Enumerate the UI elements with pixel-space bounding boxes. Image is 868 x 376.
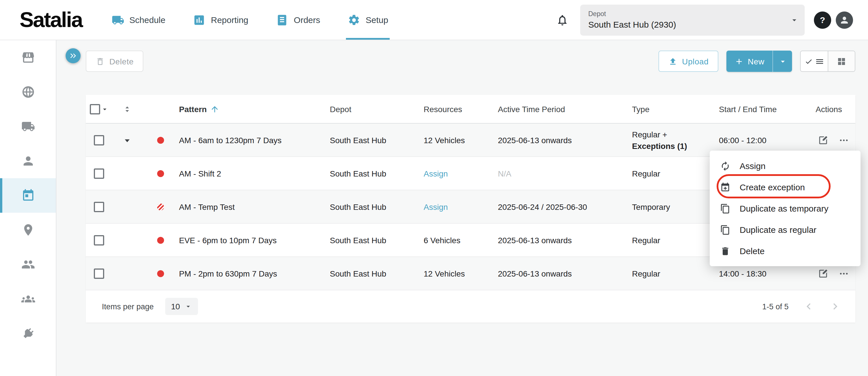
sidebar-item-locations[interactable] <box>0 213 56 247</box>
more-options-icon[interactable] <box>839 135 849 145</box>
new-dropdown-button[interactable] <box>772 50 792 72</box>
notifications-bell-icon[interactable] <box>556 13 569 26</box>
sidebar <box>0 40 56 376</box>
tab-orders[interactable]: Orders <box>274 0 322 40</box>
more-options-icon[interactable] <box>839 268 849 279</box>
edit-icon[interactable] <box>818 268 828 279</box>
delete-button[interactable]: Delete <box>86 50 144 72</box>
brand-logo: Satalia <box>20 8 82 32</box>
calendar-icon <box>21 189 35 202</box>
tab-reporting[interactable]: Reporting <box>191 0 250 40</box>
type-cell: Regular <box>632 235 719 245</box>
plus-icon <box>735 57 744 66</box>
items-per-page-label: Items per page <box>102 302 154 311</box>
new-button[interactable]: New <box>726 50 772 72</box>
column-header-pattern[interactable]: Pattern <box>179 104 330 113</box>
assign-link[interactable]: Assign <box>424 202 448 211</box>
sort-ascending-icon <box>210 104 219 113</box>
sidebar-item-shift-patterns[interactable] <box>0 178 56 213</box>
menu-item-label: Duplicate as regular <box>740 225 816 235</box>
pagination-controls: 1-5 of 5 <box>762 300 841 313</box>
truck-icon <box>112 13 124 26</box>
double-chevron-right-icon <box>68 51 78 60</box>
menu-item-label: Delete <box>740 246 765 256</box>
pagination-range: 1-5 of 5 <box>762 302 788 311</box>
list-icon <box>815 57 824 66</box>
column-header-active-period[interactable]: Active Time Period <box>498 104 632 113</box>
copy-icon <box>720 203 731 214</box>
grid-icon <box>837 57 846 66</box>
active-period-cell: 2025-06-24 / 2025-06-30 <box>498 202 632 211</box>
row-checkbox[interactable] <box>94 202 104 212</box>
table-header-row: Pattern Depot Resources Active Time Peri… <box>86 95 855 124</box>
edit-icon[interactable] <box>818 135 828 145</box>
depot-cell: South East Hub <box>330 202 424 211</box>
sidebar-item-users[interactable] <box>0 247 56 282</box>
pattern-cell: AM - 6am to 1230pm 7 Days <box>179 135 330 145</box>
list-view-button[interactable] <box>801 51 828 71</box>
trash-icon <box>720 246 731 256</box>
menu-item-duplicate-temporary[interactable]: Duplicate as temporary <box>710 198 861 219</box>
sidebar-item-integrations[interactable] <box>0 316 56 351</box>
upload-icon <box>668 57 678 66</box>
pattern-cell: PM - 2pm to 630pm 7 Days <box>179 269 330 278</box>
sidebar-item-drivers[interactable] <box>0 144 56 178</box>
sidebar-item-planning[interactable] <box>0 75 56 109</box>
type-exceptions: Exceptions (1) <box>632 140 713 151</box>
column-header-type[interactable]: Type <box>632 104 719 113</box>
actions-cell <box>816 135 855 145</box>
new-button-group: New <box>726 50 792 72</box>
sidebar-item-depots[interactable] <box>0 40 56 75</box>
tab-label: Reporting <box>211 15 248 25</box>
user-avatar[interactable] <box>836 11 853 29</box>
row-checkbox[interactable] <box>94 268 104 279</box>
active-period-cell: 2025-06-13 onwards <box>498 235 632 245</box>
row-checkbox[interactable] <box>94 235 104 245</box>
status-dot-regular <box>157 170 164 177</box>
menu-item-label: Duplicate as temporary <box>740 204 828 213</box>
upload-button[interactable]: Upload <box>658 50 718 72</box>
menu-item-duplicate-regular[interactable]: Duplicate as regular <box>710 219 861 240</box>
active-period-cell: N/A <box>498 169 632 178</box>
select-all-checkbox[interactable] <box>90 104 108 114</box>
column-header-actions: Actions <box>816 104 855 113</box>
bar-chart-icon <box>193 13 206 26</box>
next-page-icon[interactable] <box>829 300 841 313</box>
topbar: Satalia Schedule Reporting Orders Setup <box>0 0 868 40</box>
chevron-down-icon <box>790 15 799 25</box>
sidebar-item-vehicles[interactable] <box>0 109 56 144</box>
check-icon <box>804 57 812 65</box>
row-checkbox[interactable] <box>94 168 104 178</box>
depot-select-label: Depot <box>588 10 785 17</box>
time-cell: 06:00 - 12:00 <box>719 135 816 145</box>
resources-cell: 12 Vehicles <box>424 269 498 278</box>
grid-view-button[interactable] <box>828 51 855 71</box>
items-per-page-select[interactable]: 10 <box>165 298 198 315</box>
items-per-page-value: 10 <box>171 302 180 311</box>
menu-item-create-exception[interactable]: Create exception <box>710 176 861 198</box>
tab-schedule[interactable]: Schedule <box>110 0 167 40</box>
gear-icon <box>348 13 361 26</box>
column-header-resources[interactable]: Resources <box>424 104 498 113</box>
status-dot-regular <box>157 270 164 277</box>
sidebar-item-teams[interactable] <box>0 282 56 316</box>
time-cell: 14:00 - 18:30 <box>719 269 816 278</box>
menu-item-assign[interactable]: Assign <box>710 155 861 176</box>
help-button[interactable]: ? <box>814 11 831 29</box>
depot-cell: South East Hub <box>330 269 424 278</box>
expand-row-icon[interactable] <box>121 134 133 146</box>
tab-setup[interactable]: Setup <box>346 0 390 40</box>
unfold-sort-icon[interactable] <box>122 104 132 114</box>
sidebar-expand-button[interactable] <box>66 48 81 63</box>
tab-label: Setup <box>366 15 388 25</box>
previous-page-icon[interactable] <box>802 300 815 313</box>
plug-icon <box>21 327 35 340</box>
menu-item-delete[interactable]: Delete <box>710 240 861 262</box>
column-header-time[interactable]: Start / End Time <box>719 104 816 113</box>
people-icon <box>21 258 35 271</box>
storefront-icon <box>21 50 35 64</box>
column-header-depot[interactable]: Depot <box>330 104 424 113</box>
row-checkbox[interactable] <box>94 135 104 145</box>
assign-link[interactable]: Assign <box>424 169 448 178</box>
depot-select[interactable]: Depot South East Hub (2930) <box>580 4 805 35</box>
